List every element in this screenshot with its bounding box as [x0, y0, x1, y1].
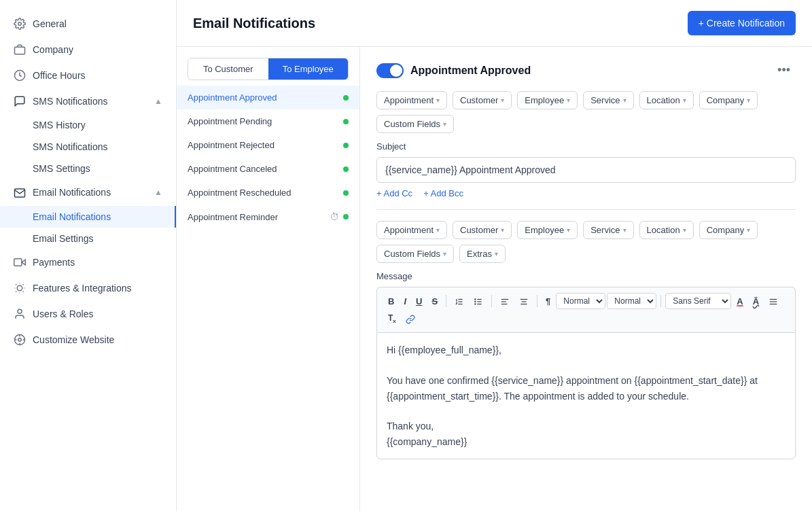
sidebar: General Company Office Hours SMS Notific…	[0, 0, 177, 511]
enabled-dot	[343, 214, 349, 219]
message-body[interactable]: Hi {{employee_full_name}}, You have one …	[376, 332, 796, 459]
enabled-dot	[343, 190, 349, 196]
svg-line-9	[23, 291, 24, 292]
subject-input[interactable]	[376, 157, 796, 183]
tag-label: Appointment	[384, 225, 434, 235]
tag-label: Custom Fields	[384, 249, 440, 259]
sidebar-item-users[interactable]: Users & Roles	[0, 301, 176, 327]
body-tag-extras[interactable]: Extras ▾	[459, 245, 506, 263]
tag-customer[interactable]: Customer ▾	[453, 91, 512, 109]
sidebar-item-label: Features & Integrations	[33, 283, 132, 294]
highlight-button[interactable]: Ā	[749, 294, 763, 309]
notif-item-appointment-approved[interactable]: Appointment Approved	[177, 86, 359, 109]
heading-select[interactable]: NormalH1H2H3	[556, 293, 605, 309]
font-color-button[interactable]: A	[732, 294, 747, 309]
tab-switcher: To Customer To Employee	[188, 58, 349, 80]
sidebar-item-payments[interactable]: Payments	[0, 249, 176, 275]
sidebar-item-label: Customize Website	[33, 334, 114, 345]
subject-label: Subject	[376, 141, 796, 152]
chevron-down-icon: ▾	[747, 226, 750, 234]
toolbar-separator	[491, 295, 492, 307]
toolbar-separator	[660, 295, 661, 307]
enabled-toggle[interactable]	[376, 63, 404, 78]
clear-format-button[interactable]: Tx	[384, 311, 400, 327]
palette-icon	[14, 334, 26, 346]
body-tag-customer[interactable]: Customer ▾	[453, 221, 512, 239]
sidebar-item-office-hours[interactable]: Office Hours	[0, 63, 176, 88]
align-left-button[interactable]	[496, 293, 514, 309]
sidebar-item-email-notifications[interactable]: Email Notifications	[0, 206, 176, 228]
tag-label: Custom Fields	[384, 119, 440, 129]
tab-to-customer[interactable]: To Customer	[188, 58, 268, 80]
add-bcc-button[interactable]: + Add Bcc	[423, 188, 463, 198]
content: To Customer To Employee Appointment Appr…	[177, 47, 812, 511]
sidebar-group-sms-header[interactable]: SMS Notifications ▲	[0, 88, 176, 114]
sidebar-item-customize[interactable]: Customize Website	[0, 327, 176, 353]
tag-company[interactable]: Company ▾	[699, 91, 758, 109]
ordered-list-button[interactable]	[451, 293, 468, 309]
more-icon: •••	[777, 63, 790, 77]
strikethrough-button[interactable]: S	[427, 294, 442, 309]
sidebar-item-sms-settings[interactable]: SMS Settings	[0, 158, 176, 179]
more-options-button[interactable]: •••	[772, 60, 796, 80]
chevron-down-icon: ▾	[501, 96, 504, 104]
message-label: Message	[376, 271, 796, 281]
bold-button[interactable]: B	[384, 294, 398, 309]
notif-item-name: Appointment Rejected	[188, 140, 275, 150]
tag-location[interactable]: Location ▾	[639, 91, 694, 109]
body-tag-custom-fields[interactable]: Custom Fields ▾	[376, 245, 454, 263]
sidebar-item-email-settings[interactable]: Email Settings	[0, 228, 176, 249]
topbar: Email Notifications + Create Notificatio…	[177, 0, 812, 47]
unordered-list-button[interactable]	[470, 293, 487, 309]
notification-name: Appointment Approved	[410, 65, 531, 77]
svg-point-28	[475, 304, 476, 304]
sidebar-sub-label: SMS Notifications	[33, 141, 107, 152]
body-tag-service[interactable]: Service ▾	[583, 221, 633, 239]
chevron-down-icon: ▾	[567, 96, 570, 104]
italic-button[interactable]: I	[400, 294, 410, 309]
tab-to-employee[interactable]: To Employee	[268, 58, 349, 80]
size-select[interactable]: NormalSmallLarge	[607, 293, 656, 309]
notif-item-right	[343, 166, 349, 172]
body-tag-employee[interactable]: Employee ▾	[517, 221, 578, 239]
sidebar-group-email-header[interactable]: Email Notifications ▲	[0, 179, 176, 205]
tag-employee[interactable]: Employee ▾	[517, 91, 578, 109]
sidebar-sub-label: SMS Settings	[33, 163, 90, 174]
body-tag-appointment[interactable]: Appointment ▾	[376, 221, 447, 239]
sidebar-group-email: Email Notifications ▲ Email Notification…	[0, 179, 176, 249]
add-cc-button[interactable]: + Add Cc	[376, 188, 412, 198]
tag-service[interactable]: Service ▾	[583, 91, 633, 109]
text-align-button[interactable]	[764, 293, 782, 309]
chevron-up-icon: ▲	[154, 96, 162, 106]
link-button[interactable]	[402, 311, 419, 327]
underline-button[interactable]: U	[412, 294, 426, 309]
chevron-down-icon: ▾	[623, 96, 626, 104]
notif-item-appointment-pending[interactable]: Appointment Pending	[177, 109, 359, 133]
notif-item-name: Appointment Pending	[188, 116, 272, 126]
body-tag-location[interactable]: Location ▾	[639, 221, 694, 239]
notif-item-appointment-reminder[interactable]: Appointment Reminder ⏱	[177, 205, 359, 229]
svg-point-15	[18, 338, 22, 341]
tag-label: Location	[647, 225, 680, 235]
svg-line-11	[23, 284, 24, 285]
sidebar-item-label: Company	[33, 44, 73, 55]
tag-appointment[interactable]: Appointment ▾	[376, 91, 447, 109]
chevron-down-icon: ▾	[495, 250, 498, 258]
notif-item-appointment-rejected[interactable]: Appointment Rejected	[177, 133, 359, 157]
body-tag-company[interactable]: Company ▾	[699, 221, 758, 239]
font-select[interactable]: Sans SerifSerifMonospace	[665, 293, 731, 309]
sidebar-item-company[interactable]: Company	[0, 37, 176, 63]
sidebar-item-sms-notifications[interactable]: SMS Notifications	[0, 136, 176, 158]
sidebar-item-features[interactable]: Features & Integrations	[0, 275, 176, 301]
sidebar-item-general[interactable]: General	[0, 11, 176, 37]
notif-item-appointment-rescheduled[interactable]: Appointment Rescheduled	[177, 181, 359, 205]
sidebar-item-sms-history[interactable]: SMS History	[0, 114, 176, 136]
chevron-down-icon: ▾	[443, 120, 446, 128]
notif-item-right	[343, 143, 349, 148]
svg-point-13	[18, 309, 22, 313]
tag-custom-fields[interactable]: Custom Fields ▾	[376, 115, 454, 133]
align-center-button[interactable]	[515, 293, 533, 309]
notif-item-appointment-canceled[interactable]: Appointment Canceled	[177, 157, 359, 181]
paragraph-button[interactable]: ¶	[542, 294, 554, 309]
create-notification-button[interactable]: + Create Notification	[688, 11, 796, 35]
